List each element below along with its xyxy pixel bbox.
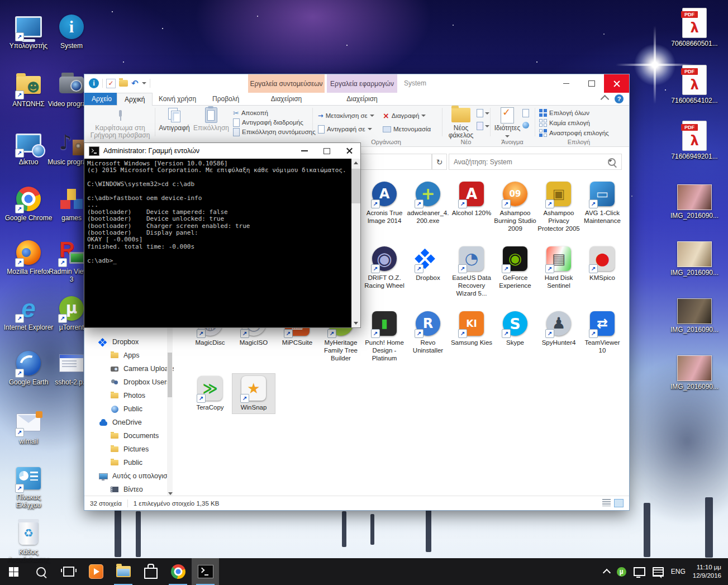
desktop-icon-photo-file[interactable]: IMG_2016090... <box>668 355 721 391</box>
network-tray-icon[interactable] <box>634 567 645 576</box>
desktop-icon-control-panel[interactable]: ↗Πίνακας Ελέγχου <box>3 465 54 509</box>
file-item-teamviewer-10[interactable]: ⇄↗TeamViewer 10 <box>581 309 624 356</box>
file-item-punch-home-design-platinum[interactable]: ▮↗Punch! Home Design - Platinum <box>363 309 406 364</box>
new-item-icon[interactable] <box>477 122 489 130</box>
minimize-button[interactable] <box>554 74 579 93</box>
copy-path-button[interactable]: Αντιγραφή διαδρομής <box>233 118 303 127</box>
utorrent-tray-icon[interactable]: µ <box>617 567 626 577</box>
desktop-icon-pdf-file[interactable]: PDFλ71606949201... <box>668 121 721 160</box>
cmd-button[interactable] <box>192 558 219 585</box>
tab-file[interactable]: Αρχείο <box>84 93 119 105</box>
file-item-drift-o-z-racing-wheel[interactable]: ◉↗DRIFT O.Z. Racing Wheel <box>363 244 406 292</box>
move-to-button[interactable]: →Μετακίνηση σε <box>318 111 374 120</box>
details-view-icon[interactable] <box>602 499 611 506</box>
file-item-geforce-experience[interactable]: ◉↗GeForce Experience <box>494 244 536 292</box>
store-button[interactable] <box>137 558 164 585</box>
sidebar-item-documents[interactable]: Documents <box>84 429 174 443</box>
file-item-ashampoo-privacy-protector-2005[interactable]: ▣↗Ashampoo Privacy Protector 2005 <box>537 179 580 235</box>
copy-button[interactable]: Αντιγραφή <box>157 107 192 137</box>
refresh-icon[interactable]: ↻ <box>432 154 447 170</box>
cmd-maximize-button[interactable] <box>316 143 338 159</box>
desktop-icon-mail[interactable]: ↗wlmail <box>3 409 54 445</box>
sidebar-item-dropbox[interactable]: Dropbox <box>84 335 174 349</box>
desktop-icon-photo-file[interactable]: IMG_2016090... <box>668 298 721 334</box>
invert-selection-button[interactable]: Αναστροφή επιλογής <box>539 129 609 137</box>
properties-button[interactable]: ✓ Ιδιότητες <box>493 107 521 137</box>
delete-button[interactable]: ×Διαγραφή <box>383 111 426 120</box>
file-item-spyhunter4[interactable]: ♟↗SpyHunter4 <box>537 309 580 349</box>
show-hidden-icons-icon[interactable] <box>603 568 611 576</box>
rename-button[interactable]: Μετονομασία <box>383 125 431 134</box>
edit-icon[interactable] <box>522 109 529 117</box>
tab-manage-application[interactable]: Διαχείριση <box>327 93 397 105</box>
icons-view-icon[interactable] <box>614 499 624 507</box>
paste-button[interactable]: Επικόλληση <box>193 107 230 137</box>
file-item-winsnap[interactable]: ★↗WinSnap <box>232 374 275 413</box>
collapse-ribbon-icon[interactable] <box>601 95 610 104</box>
cmd-minimize-button[interactable] <box>293 143 316 159</box>
sidebar-item-β-ντεο[interactable]: Βίντεο <box>84 483 174 496</box>
copy-to-button[interactable]: Αντιγραφή σε <box>318 125 372 134</box>
tab-share[interactable]: Κοινή χρήση <box>151 93 203 105</box>
search-box[interactable] <box>449 154 622 170</box>
easy-access-icon[interactable] <box>477 109 489 117</box>
sidebar-item-camera-uploads[interactable]: Camera Uploads <box>84 362 174 375</box>
sidebar-item-onedrive[interactable]: OneDrive <box>84 416 174 429</box>
clock[interactable]: 11:10 μμ 12/9/2016 <box>693 563 721 580</box>
chrome-button[interactable] <box>164 558 192 585</box>
tab-view[interactable]: Προβολή <box>205 93 246 105</box>
qat-dropdown-icon[interactable] <box>142 82 146 84</box>
cmd-close-button[interactable] <box>338 143 360 159</box>
cmd-titlebar[interactable]: Administrator: Γραμμή εντολών <box>84 143 360 159</box>
search-input[interactable] <box>449 158 608 166</box>
file-item-ashampoo-burning-studio-2009[interactable]: 09↗Ashampoo Burning Studio 2009 <box>494 179 536 235</box>
sidebar-item-pictures[interactable]: Pictures <box>84 443 174 456</box>
file-explorer-button[interactable] <box>110 558 137 585</box>
desktop-icon-photo-file[interactable]: IMG_2016090... <box>668 184 721 220</box>
scroll-down-icon[interactable] <box>168 492 173 495</box>
undo-icon[interactable]: ↶ <box>131 79 139 87</box>
file-item-skype[interactable]: S↗Skype <box>494 309 536 349</box>
pin-to-quick-access-button[interactable]: Καρφίτσωμα στηΓρήγορη πρόσβαση <box>89 107 151 137</box>
desktop-icon-system-info[interactable]: iSystem <box>46 13 97 50</box>
sidebar-item-apps[interactable]: Apps <box>84 349 174 362</box>
sidebar-item-photos[interactable]: Photos <box>84 389 174 402</box>
start-button[interactable] <box>0 558 27 585</box>
sidebar-item-public[interactable]: Public <box>84 402 174 416</box>
desktop-icon-pdf-file[interactable]: PDFλ70608660501... <box>668 8 721 47</box>
tab-manage-shortcut[interactable]: Διαχείριση <box>248 93 325 105</box>
properties-qat-icon[interactable]: ✓ <box>106 79 116 88</box>
file-item-hard-disk-sentinel[interactable]: ▤↗Hard Disk Sentinel <box>537 244 580 292</box>
history-icon[interactable] <box>522 122 529 129</box>
cmd-scrollbar[interactable] <box>351 159 360 327</box>
sidebar-item-public[interactable]: Public <box>84 456 174 469</box>
file-item-acronis-true-image-2014[interactable]: A↗Acronis True Image 2014 <box>363 179 406 227</box>
help-icon[interactable]: ? <box>615 94 624 103</box>
action-center-icon[interactable] <box>653 567 664 577</box>
file-item-avg-1-click-maintenance[interactable]: ▭↗AVG 1-Click Maintenance <box>581 179 624 227</box>
file-item-adwcleaner-4-200-exe[interactable]: +↗adwcleaner_4.200.exe <box>407 179 449 227</box>
new-folder-button[interactable]: Νέος φάκελος <box>446 107 475 137</box>
file-item-revo-uninstaller[interactable]: R↗Revo Uninstaller <box>407 309 449 356</box>
media-player-button[interactable] <box>82 558 110 585</box>
maximize-button[interactable] <box>579 74 604 93</box>
desktop-icon-recycle-bin[interactable]: ♻Κάδος Ανακύκλωσης <box>3 520 54 564</box>
search-button[interactable] <box>27 558 55 585</box>
sidebar-item-αυτ-ς-ο-υπολογιστ[interactable]: Αυτός ο υπολογιστ <box>84 469 174 483</box>
select-all-button[interactable]: Επιλογή όλων <box>539 108 589 117</box>
paste-shortcut-button[interactable]: Επικόλληση συντόμευσης <box>233 127 316 136</box>
scroll-up-icon[interactable] <box>354 161 358 164</box>
cmd-output[interactable]: Microsoft Windows [Version 10.0.10586] (… <box>84 159 351 327</box>
scroll-thumb[interactable] <box>351 169 360 203</box>
scroll-down-icon[interactable] <box>354 322 358 325</box>
file-item-teracopy[interactable]: ≫↗TeraCopy <box>189 374 231 413</box>
task-view-button[interactable] <box>55 558 82 585</box>
shortcut-tools-header[interactable]: Εργαλεία συντομεύσεων <box>248 74 325 93</box>
language-indicator[interactable]: ENG <box>671 568 686 576</box>
cut-button[interactable]: ✂Αποκοπή <box>233 108 268 117</box>
file-item-easeus-data-recovery-wizard-5[interactable]: ◔↗EaseUS Data Recovery Wizard 5... <box>450 244 493 299</box>
file-item-samsung-kies[interactable]: KI↗Samsung Kies <box>450 309 493 349</box>
desktop-icon-pdf-file[interactable]: PDFλ71600654102... <box>668 65 721 104</box>
tab-home[interactable]: Αρχική <box>117 93 153 106</box>
application-tools-header[interactable]: Εργαλεία εφαρμογών <box>327 74 397 93</box>
